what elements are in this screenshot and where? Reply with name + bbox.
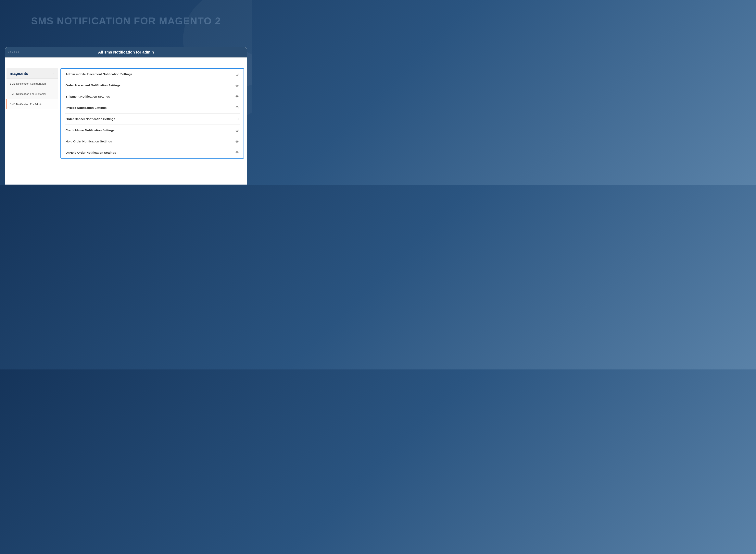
setting-label: Credit Memo Notification Settings [65, 128, 114, 132]
setting-unhold-order[interactable]: UnHold Order Notification Settings [65, 147, 240, 158]
setting-label: Admin mobile Placement Notification Sett… [65, 72, 132, 76]
svg-point-2 [236, 95, 239, 98]
browser-title: All sms Notification for admin [5, 50, 247, 55]
setting-order-placement[interactable]: Order Placement Notification Settings [65, 80, 240, 91]
browser-header: All sms Notification for admin [5, 47, 247, 57]
expand-down-icon [235, 140, 239, 143]
expand-down-icon [235, 117, 239, 121]
setting-hold-order[interactable]: Hold Order Notification Settings [65, 136, 240, 147]
setting-admin-mobile-placement[interactable]: Admin mobile Placement Notification Sett… [65, 69, 240, 80]
setting-label: Hold Order Notification Settings [65, 140, 112, 143]
expand-down-icon [235, 151, 239, 155]
sidebar-header[interactable]: mageants [6, 68, 58, 79]
expand-down-icon [235, 72, 239, 76]
setting-invoice[interactable]: Invoice Notification Settings [65, 102, 240, 113]
expand-down-icon [235, 95, 239, 98]
setting-label: UnHold Order Notification Settings [65, 151, 116, 155]
setting-label: Order Cancel Notification Settings [65, 117, 115, 121]
svg-point-6 [236, 140, 239, 143]
svg-point-4 [236, 118, 239, 120]
setting-shipment[interactable]: Shipment Notification Settings [65, 91, 240, 102]
settings-panel: Admin mobile Placement Notification Sett… [60, 68, 244, 159]
svg-point-1 [236, 84, 239, 87]
sidebar: mageants SMS Notification Configuration … [6, 68, 58, 159]
svg-point-3 [236, 106, 239, 109]
sidebar-item-config[interactable]: SMS Notification Configuration [6, 79, 58, 89]
sidebar-item-customer[interactable]: SMS Notification For Customer [6, 89, 58, 99]
expand-down-icon [235, 128, 239, 132]
svg-point-7 [236, 151, 239, 154]
svg-point-0 [236, 73, 239, 75]
expand-down-icon [235, 106, 239, 110]
browser-content: mageants SMS Notification Configuration … [5, 57, 247, 184]
chevron-up-icon [52, 72, 55, 75]
setting-label: Shipment Notification Settings [65, 95, 110, 98]
expand-down-icon [235, 84, 239, 87]
hero-title: SMS NOTIFICATION FOR MAGENTO 2 [0, 15, 252, 27]
setting-label: Order Placement Notification Settings [65, 84, 120, 87]
svg-point-5 [236, 129, 239, 131]
setting-order-cancel[interactable]: Order Cancel Notification Settings [65, 113, 240, 125]
setting-label: Invoice Notification Settings [65, 106, 106, 110]
sidebar-item-admin[interactable]: SMS Notification For Admin [6, 99, 58, 109]
sidebar-logo: mageants [10, 71, 28, 76]
browser-window: All sms Notification for admin mageants … [5, 47, 247, 184]
sidebar-items: SMS Notification Configuration SMS Notif… [6, 79, 58, 109]
setting-credit-memo[interactable]: Credit Memo Notification Settings [65, 125, 240, 136]
